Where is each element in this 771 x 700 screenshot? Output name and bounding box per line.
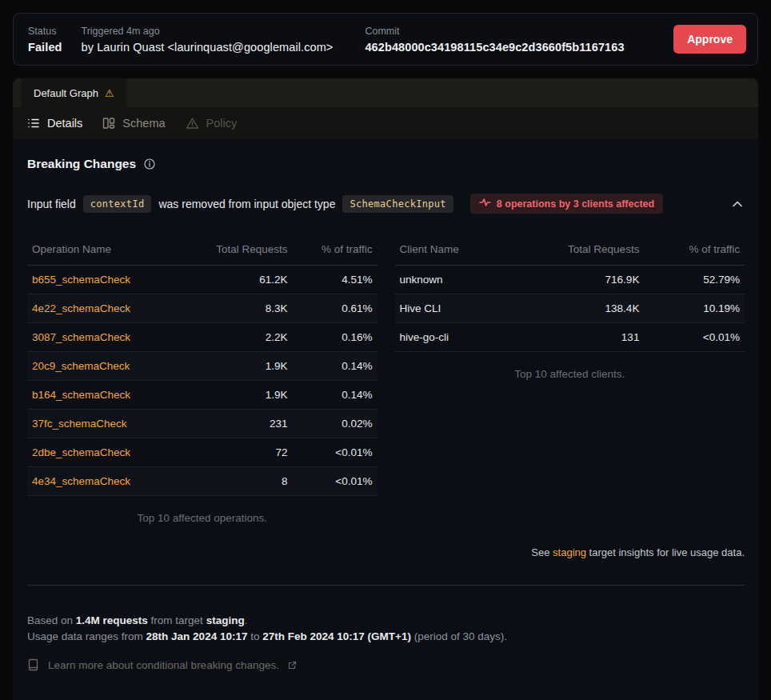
insights-note: See staging target insights for live usa… <box>27 546 745 558</box>
column-header: % of traffic <box>293 234 378 266</box>
cell-value: 2.2K <box>178 323 292 352</box>
operation-name-cell: 20c9_schemaCheck <box>27 352 178 381</box>
operation-name-cell: b655_schemaCheck <box>27 266 178 294</box>
operation-link[interactable]: 3087_schemaCheck <box>32 331 130 343</box>
table-row: 4e22_schemaCheck8.3K0.61% <box>27 294 378 323</box>
column-header: Total Requests <box>509 234 644 266</box>
schema-icon <box>102 117 115 130</box>
cell-value: 0.16% <box>293 323 378 352</box>
tab-policy-label: Policy <box>206 117 238 130</box>
approve-button[interactable]: Approve <box>673 25 746 54</box>
clients-column: Client NameTotal Requests% of trafficunk… <box>395 234 745 524</box>
triggered-column: Triggered 4m ago by Laurin Quast <laurin… <box>82 26 334 54</box>
cell-value: 0.14% <box>293 352 378 381</box>
tab-default-graph[interactable]: Default Graph ⚠ <box>22 78 126 107</box>
cell-value: 52.79% <box>644 266 745 294</box>
commit-hash: 462b48000c34198115c34e9c2d3660f5b1167163 <box>365 41 624 54</box>
table-row: hive-go-cli131<0.01% <box>395 323 745 352</box>
operations-column: Operation NameTotal Requests% of traffic… <box>27 234 378 524</box>
learn-more-link[interactable]: Learn more about conditional breaking ch… <box>27 658 745 671</box>
cell-value: <0.01% <box>293 438 378 467</box>
usage-summary-line2: Usage data ranges from 28th Jan 2024 10:… <box>27 629 745 645</box>
usage-summary: Based on 1.4M requests from target stagi… <box>27 613 745 645</box>
cell-value: 4.51% <box>293 266 378 294</box>
cell-value: 138.4K <box>509 294 644 323</box>
breaking-changes-header: Breaking Changes <box>27 157 745 171</box>
operation-link[interactable]: 37fc_schemaCheck <box>32 418 127 430</box>
chevron-up-icon[interactable] <box>730 198 745 210</box>
operation-link[interactable]: b164_schemaCheck <box>32 389 130 401</box>
tab-details[interactable]: Details <box>27 117 82 130</box>
cell-value: <0.01% <box>644 323 745 352</box>
request-count: 1.4M requests <box>76 614 148 626</box>
operation-name-cell: 2dbe_schemaCheck <box>27 438 178 467</box>
operation-link[interactable]: b655_schemaCheck <box>32 274 130 286</box>
learn-more-label: Learn more about conditional breaking ch… <box>48 659 279 671</box>
tab-schema[interactable]: Schema <box>102 117 165 130</box>
type-code-badge: SchemaCheckInput <box>342 195 453 213</box>
graph-tab-label: Default Graph <box>34 87 98 99</box>
client-name-cell: unknown <box>395 266 509 294</box>
warning-triangle-icon: ⚠ <box>105 88 114 98</box>
clients-caption: Top 10 affected clients. <box>395 368 745 380</box>
cell-value: 72 <box>178 438 292 467</box>
schema-check-page: Status Failed Triggered 4m ago by Laurin… <box>0 0 771 700</box>
target-name: staging <box>206 614 245 626</box>
table-row: Hive CLI138.4K10.19% <box>395 294 745 323</box>
operation-link[interactable]: 4e22_schemaCheck <box>32 302 130 314</box>
tab-details-label: Details <box>47 117 82 130</box>
book-icon <box>27 658 39 671</box>
status-value: Failed <box>28 41 62 54</box>
status-column: Status Failed <box>28 26 62 54</box>
commit-label: Commit <box>365 26 624 37</box>
cell-value: 8 <box>178 467 292 496</box>
table-row: 20c9_schemaCheck1.9K0.14% <box>27 352 378 381</box>
note-suffix: target insights for live usage data. <box>586 546 745 558</box>
column-header: Operation Name <box>27 234 178 266</box>
table-row: unknown716.9K52.79% <box>395 266 745 294</box>
warning-outline-icon <box>186 117 199 130</box>
column-header: Total Requests <box>178 234 292 266</box>
operations-table: Operation NameTotal Requests% of traffic… <box>27 234 378 496</box>
staging-target-link[interactable]: staging <box>553 546 586 558</box>
table-row: 2dbe_schemaCheck72<0.01% <box>27 438 378 467</box>
triggered-label: Triggered 4m ago <box>82 26 334 37</box>
field-code-badge: contextId <box>83 195 152 213</box>
operation-name-cell: 4e22_schemaCheck <box>27 294 178 323</box>
cell-value: 0.61% <box>293 294 378 323</box>
triggered-author: by Laurin Quast <laurinquast@googlemail.… <box>82 41 334 54</box>
range-start: 28th Jan 2024 10:17 <box>146 630 248 642</box>
change-middle: was removed from input object type <box>158 198 335 210</box>
cell-value: 10.19% <box>644 294 745 323</box>
status-label: Status <box>28 26 62 37</box>
operation-name-cell: 37fc_schemaCheck <box>27 410 178 438</box>
column-header: Client Name <box>395 234 509 266</box>
cell-value: 0.14% <box>293 381 378 410</box>
table-row: b655_schemaCheck61.2K4.51% <box>27 266 378 294</box>
check-subnav: Details Schema Policy <box>13 107 758 139</box>
client-name-cell: Hive CLI <box>395 294 509 323</box>
operation-link[interactable]: 2dbe_schemaCheck <box>32 446 130 458</box>
commit-column: Commit 462b48000c34198115c34e9c2d3660f5b… <box>365 26 624 54</box>
operations-caption: Top 10 affected operations. <box>27 512 378 524</box>
breaking-change-description: Input field contextId was removed from i… <box>27 195 461 213</box>
cell-value: 716.9K <box>509 266 644 294</box>
operation-name-cell: b164_schemaCheck <box>27 381 178 410</box>
operation-link[interactable]: 4e34_schemaCheck <box>32 475 130 487</box>
breaking-change-row: Input field contextId was removed from i… <box>27 194 745 214</box>
table-row: b164_schemaCheck1.9K0.14% <box>27 381 378 410</box>
tab-policy[interactable]: Policy <box>186 117 238 130</box>
section-divider <box>27 585 745 586</box>
column-header: % of traffic <box>644 234 745 266</box>
impact-badge[interactable]: 8 operations by 3 clients affected <box>470 194 663 214</box>
note-prefix: See <box>531 546 553 558</box>
external-link-icon <box>288 661 297 670</box>
info-icon[interactable] <box>144 158 155 170</box>
table-row: 4e34_schemaCheck8<0.01% <box>27 467 378 496</box>
operation-link[interactable]: 20c9_schemaCheck <box>32 360 130 372</box>
cell-value: 8.3K <box>178 294 292 323</box>
table-row: 3087_schemaCheck2.2K0.16% <box>27 323 378 352</box>
cell-value: 61.2K <box>178 266 292 294</box>
cell-value: 131 <box>509 323 644 352</box>
cell-value: 1.9K <box>178 352 292 381</box>
